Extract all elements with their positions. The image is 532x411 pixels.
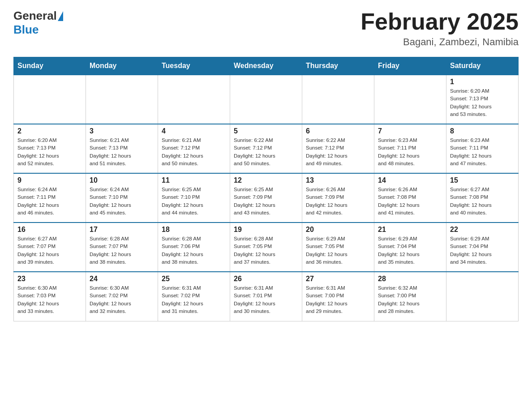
day-info: Sunrise: 6:31 AMSunset: 7:01 PMDaylight:… — [234, 284, 298, 315]
table-row — [158, 75, 230, 124]
table-row: 26Sunrise: 6:31 AMSunset: 7:01 PMDayligh… — [230, 272, 302, 321]
header-saturday: Saturday — [446, 57, 519, 75]
day-number: 26 — [234, 275, 298, 283]
day-info: Sunrise: 6:25 AMSunset: 7:09 PMDaylight:… — [234, 186, 298, 217]
header-monday: Monday — [86, 57, 158, 75]
day-number: 25 — [162, 275, 226, 283]
day-number: 22 — [450, 226, 515, 234]
table-row: 8Sunrise: 6:23 AMSunset: 7:11 PMDaylight… — [446, 124, 519, 173]
weekday-header-row: Sunday Monday Tuesday Wednesday Thursday… — [14, 57, 519, 75]
day-number: 23 — [17, 275, 82, 283]
table-row: 13Sunrise: 6:26 AMSunset: 7:09 PMDayligh… — [302, 173, 374, 223]
day-info: Sunrise: 6:20 AMSunset: 7:13 PMDaylight:… — [17, 137, 82, 167]
day-number: 27 — [306, 275, 370, 283]
day-number: 19 — [234, 226, 298, 234]
table-row: 21Sunrise: 6:29 AMSunset: 7:04 PMDayligh… — [374, 223, 446, 272]
header-sunday: Sunday — [14, 57, 86, 75]
day-info: Sunrise: 6:29 AMSunset: 7:05 PMDaylight:… — [306, 235, 370, 266]
day-number: 24 — [90, 275, 154, 283]
table-row: 11Sunrise: 6:25 AMSunset: 7:10 PMDayligh… — [158, 173, 230, 223]
day-info: Sunrise: 6:20 AMSunset: 7:13 PMDaylight:… — [450, 87, 515, 118]
day-info: Sunrise: 6:23 AMSunset: 7:11 PMDaylight:… — [378, 137, 442, 167]
day-number: 21 — [378, 226, 442, 234]
location-subtitle: Bagani, Zambezi, Namibia — [360, 36, 519, 48]
day-number: 8 — [450, 127, 515, 135]
table-row: 27Sunrise: 6:31 AMSunset: 7:00 PMDayligh… — [302, 272, 374, 321]
day-number: 10 — [90, 176, 154, 184]
day-number: 16 — [17, 226, 82, 234]
table-row — [374, 75, 446, 124]
day-info: Sunrise: 6:21 AMSunset: 7:13 PMDaylight:… — [90, 137, 154, 167]
day-info: Sunrise: 6:21 AMSunset: 7:12 PMDaylight:… — [162, 137, 226, 167]
day-number: 12 — [234, 176, 298, 184]
day-info: Sunrise: 6:32 AMSunset: 7:00 PMDaylight:… — [378, 284, 442, 315]
month-title: February 2025 — [360, 9, 519, 34]
table-row — [14, 75, 86, 124]
day-number: 11 — [162, 176, 226, 184]
table-row — [230, 75, 302, 124]
table-row: 28Sunrise: 6:32 AMSunset: 7:00 PMDayligh… — [374, 272, 446, 321]
table-row: 20Sunrise: 6:29 AMSunset: 7:05 PMDayligh… — [302, 223, 374, 272]
day-number: 7 — [378, 127, 442, 135]
title-block: February 2025 Bagani, Zambezi, Namibia — [360, 9, 519, 48]
table-row: 24Sunrise: 6:30 AMSunset: 7:02 PMDayligh… — [86, 272, 158, 321]
table-row: 2Sunrise: 6:20 AMSunset: 7:13 PMDaylight… — [14, 124, 86, 173]
week-row-1: 1Sunrise: 6:20 AMSunset: 7:13 PMDaylight… — [14, 75, 519, 124]
week-row-5: 23Sunrise: 6:30 AMSunset: 7:03 PMDayligh… — [14, 272, 519, 321]
logo: General Blue — [13, 9, 64, 37]
table-row: 3Sunrise: 6:21 AMSunset: 7:13 PMDaylight… — [86, 124, 158, 173]
day-number: 20 — [306, 226, 370, 234]
day-number: 15 — [450, 176, 515, 184]
table-row: 7Sunrise: 6:23 AMSunset: 7:11 PMDaylight… — [374, 124, 446, 173]
table-row: 23Sunrise: 6:30 AMSunset: 7:03 PMDayligh… — [14, 272, 86, 321]
day-info: Sunrise: 6:30 AMSunset: 7:03 PMDaylight:… — [17, 284, 82, 315]
table-row — [86, 75, 158, 124]
logo-triangle-icon — [58, 11, 63, 21]
table-row: 1Sunrise: 6:20 AMSunset: 7:13 PMDaylight… — [446, 75, 519, 124]
day-info: Sunrise: 6:29 AMSunset: 7:04 PMDaylight:… — [450, 235, 515, 266]
table-row: 16Sunrise: 6:27 AMSunset: 7:07 PMDayligh… — [14, 223, 86, 272]
day-number: 9 — [17, 176, 82, 184]
table-row — [446, 272, 519, 321]
week-row-3: 9Sunrise: 6:24 AMSunset: 7:11 PMDaylight… — [14, 173, 519, 223]
table-row: 12Sunrise: 6:25 AMSunset: 7:09 PMDayligh… — [230, 173, 302, 223]
day-info: Sunrise: 6:25 AMSunset: 7:10 PMDaylight:… — [162, 186, 226, 217]
day-info: Sunrise: 6:26 AMSunset: 7:08 PMDaylight:… — [378, 186, 442, 217]
day-number: 6 — [306, 127, 370, 135]
day-info: Sunrise: 6:23 AMSunset: 7:11 PMDaylight:… — [450, 137, 515, 167]
week-row-4: 16Sunrise: 6:27 AMSunset: 7:07 PMDayligh… — [14, 223, 519, 272]
day-info: Sunrise: 6:29 AMSunset: 7:04 PMDaylight:… — [378, 235, 442, 266]
day-info: Sunrise: 6:30 AMSunset: 7:02 PMDaylight:… — [90, 284, 154, 315]
day-number: 3 — [90, 127, 154, 135]
day-number: 18 — [162, 226, 226, 234]
table-row: 9Sunrise: 6:24 AMSunset: 7:11 PMDaylight… — [14, 173, 86, 223]
day-number: 28 — [378, 275, 442, 283]
logo-general-text: General — [13, 9, 57, 23]
day-number: 4 — [162, 127, 226, 135]
logo-blue-text: Blue — [13, 23, 39, 36]
day-info: Sunrise: 6:27 AMSunset: 7:07 PMDaylight:… — [17, 235, 82, 266]
page-header: General Blue February 2025 Bagani, Zambe… — [13, 9, 519, 48]
day-info: Sunrise: 6:31 AMSunset: 7:02 PMDaylight:… — [162, 284, 226, 315]
calendar-table: Sunday Monday Tuesday Wednesday Thursday… — [13, 57, 519, 321]
week-row-2: 2Sunrise: 6:20 AMSunset: 7:13 PMDaylight… — [14, 124, 519, 173]
table-row: 17Sunrise: 6:28 AMSunset: 7:07 PMDayligh… — [86, 223, 158, 272]
table-row: 15Sunrise: 6:27 AMSunset: 7:08 PMDayligh… — [446, 173, 519, 223]
day-number: 1 — [450, 78, 515, 86]
table-row: 6Sunrise: 6:22 AMSunset: 7:12 PMDaylight… — [302, 124, 374, 173]
day-number: 14 — [378, 176, 442, 184]
table-row — [302, 75, 374, 124]
header-tuesday: Tuesday — [158, 57, 230, 75]
day-number: 17 — [90, 226, 154, 234]
table-row: 5Sunrise: 6:22 AMSunset: 7:12 PMDaylight… — [230, 124, 302, 173]
table-row: 25Sunrise: 6:31 AMSunset: 7:02 PMDayligh… — [158, 272, 230, 321]
table-row: 22Sunrise: 6:29 AMSunset: 7:04 PMDayligh… — [446, 223, 519, 272]
day-info: Sunrise: 6:31 AMSunset: 7:00 PMDaylight:… — [306, 284, 370, 315]
header-friday: Friday — [374, 57, 446, 75]
day-info: Sunrise: 6:28 AMSunset: 7:06 PMDaylight:… — [162, 235, 226, 266]
day-info: Sunrise: 6:28 AMSunset: 7:05 PMDaylight:… — [234, 235, 298, 266]
day-number: 5 — [234, 127, 298, 135]
header-thursday: Thursday — [302, 57, 374, 75]
day-number: 2 — [17, 127, 82, 135]
day-info: Sunrise: 6:26 AMSunset: 7:09 PMDaylight:… — [306, 186, 370, 217]
